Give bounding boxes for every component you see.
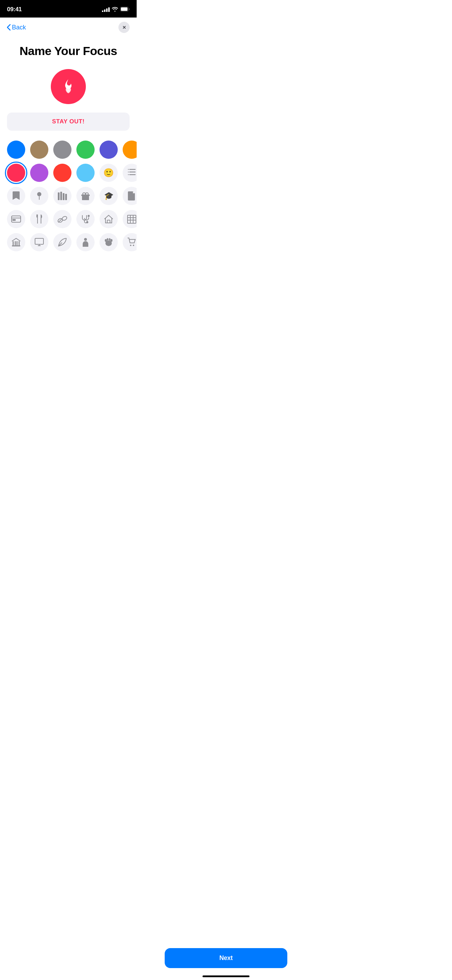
color-blue[interactable] xyxy=(7,140,25,159)
list-icon xyxy=(128,168,135,177)
color-gray[interactable] xyxy=(53,140,72,159)
svg-rect-36 xyxy=(12,245,20,247)
battery-icon xyxy=(120,7,130,13)
svg-point-9 xyxy=(37,192,41,196)
svg-rect-40 xyxy=(19,241,20,245)
svg-line-26 xyxy=(59,219,62,222)
signal-icon xyxy=(102,7,110,12)
document-icon-btn[interactable] xyxy=(123,187,137,205)
fork-knife-icon-btn[interactable] xyxy=(30,210,48,228)
color-grid-row2: 🙂 xyxy=(7,164,130,182)
svg-point-2 xyxy=(67,89,70,92)
svg-rect-6 xyxy=(128,169,129,170)
svg-rect-37 xyxy=(13,241,14,245)
color-tan[interactable] xyxy=(30,140,48,159)
focus-icon-container[interactable] xyxy=(7,69,130,104)
svg-rect-39 xyxy=(16,241,18,245)
svg-point-48 xyxy=(107,238,108,241)
cart-icon xyxy=(127,238,136,247)
fork-knife-icon xyxy=(36,215,43,224)
fire-icon xyxy=(59,77,78,96)
paw-icon-btn[interactable] xyxy=(100,233,118,251)
svg-rect-30 xyxy=(107,220,110,223)
back-button[interactable]: Back xyxy=(7,24,26,31)
cart-icon-btn[interactable] xyxy=(123,233,137,251)
creditcard-icon-btn[interactable] xyxy=(7,210,25,228)
stethoscope-icon xyxy=(81,215,90,224)
status-time: 09:41 xyxy=(7,6,22,13)
icon-grid-row2 xyxy=(7,210,130,228)
creditcard-icon xyxy=(11,216,21,223)
document-icon xyxy=(128,191,135,200)
close-button[interactable]: ✕ xyxy=(118,22,130,33)
svg-point-28 xyxy=(88,215,89,216)
emoji-picker-button[interactable]: 🙂 xyxy=(100,164,118,182)
bookmark-icon-btn[interactable] xyxy=(7,187,25,205)
svg-rect-3 xyxy=(129,169,135,170)
color-teal[interactable] xyxy=(76,164,95,182)
building-icon-btn[interactable] xyxy=(123,210,137,228)
svg-rect-20 xyxy=(11,216,21,222)
leaf-icon xyxy=(58,238,67,247)
name-input-container[interactable] xyxy=(7,113,130,131)
monitor-icon-btn[interactable] xyxy=(30,233,48,251)
color-green[interactable] xyxy=(76,140,95,159)
svg-rect-22 xyxy=(13,220,16,221)
focus-name-input[interactable] xyxy=(7,113,130,131)
color-grid-row1 xyxy=(7,140,130,159)
page-title: Name Your Focus xyxy=(7,44,130,58)
bank-icon-btn[interactable] xyxy=(7,233,25,251)
back-label: Back xyxy=(12,24,26,31)
pills-icon-btn[interactable] xyxy=(53,210,72,228)
bank-icon xyxy=(11,238,21,247)
svg-rect-11 xyxy=(58,192,60,200)
color-indigo[interactable] xyxy=(100,140,118,159)
nav-bar: Back ✕ xyxy=(0,18,137,37)
svg-rect-41 xyxy=(35,238,43,244)
svg-point-29 xyxy=(86,221,88,223)
focus-icon-circle[interactable] xyxy=(51,69,86,104)
person-icon xyxy=(82,238,89,247)
pin-icon-btn[interactable] xyxy=(30,187,48,205)
svg-rect-1 xyxy=(121,7,127,11)
icon-grid-row1: 🎓 xyxy=(7,187,130,205)
color-orange[interactable] xyxy=(123,140,137,159)
close-icon: ✕ xyxy=(122,25,126,30)
status-bar: 09:41 xyxy=(0,0,137,18)
icon-grid-row3 xyxy=(7,233,130,251)
books-icon xyxy=(58,192,67,200)
wifi-icon xyxy=(112,7,118,13)
building-icon xyxy=(127,215,136,224)
svg-point-51 xyxy=(133,245,134,246)
books-icon-btn[interactable] xyxy=(53,187,72,205)
graduation-icon-btn[interactable]: 🎓 xyxy=(100,187,118,205)
svg-rect-31 xyxy=(127,215,136,223)
pills-icon xyxy=(57,216,67,223)
svg-rect-14 xyxy=(65,194,67,200)
leaf-icon-btn[interactable] xyxy=(53,233,72,251)
paw-icon xyxy=(104,238,113,247)
svg-rect-13 xyxy=(63,193,64,200)
main-content: Name Your Focus 🙂 xyxy=(0,37,137,291)
stethoscope-icon-btn[interactable] xyxy=(76,210,95,228)
svg-point-49 xyxy=(109,238,111,241)
color-red-pink[interactable] xyxy=(7,164,25,182)
gift-icon-btn[interactable] xyxy=(76,187,95,205)
house-icon xyxy=(104,215,113,224)
svg-rect-4 xyxy=(129,172,135,173)
list-icon-button[interactable] xyxy=(123,164,137,182)
svg-point-50 xyxy=(130,245,131,246)
color-red[interactable] xyxy=(53,164,72,182)
person-icon-btn[interactable] xyxy=(76,233,95,251)
svg-rect-38 xyxy=(15,241,16,245)
monitor-icon xyxy=(35,238,44,247)
color-purple[interactable] xyxy=(30,164,48,182)
gift-icon xyxy=(81,192,90,200)
svg-rect-12 xyxy=(60,192,62,200)
status-icons xyxy=(102,7,130,13)
svg-rect-5 xyxy=(129,174,135,175)
pin-icon xyxy=(36,191,43,200)
house-icon-btn[interactable] xyxy=(100,210,118,228)
emoji-icon: 🙂 xyxy=(103,168,114,178)
svg-point-45 xyxy=(84,238,87,241)
